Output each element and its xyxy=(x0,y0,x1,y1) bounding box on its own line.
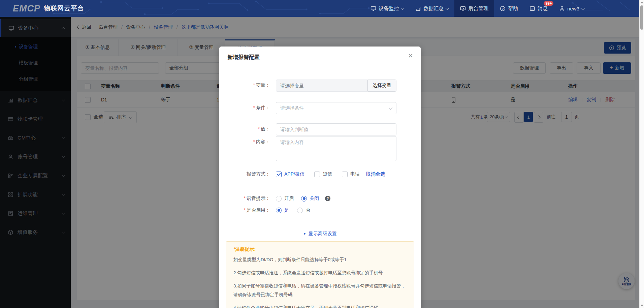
alarm-method-options: APP/微信 短信 电话 取消全选 xyxy=(276,171,421,177)
warm-tips-line: 4.请确保企业账号中短信和电话余额充足，否则会收不到电话和短信提醒 xyxy=(233,304,407,308)
advanced-settings-label: 显示高级设置 xyxy=(309,231,337,237)
warm-tips-line: 如变量类型为DI/DO，则判断条件只能选择等于0或等于1 xyxy=(233,255,407,264)
svg-text:?: ? xyxy=(502,7,504,10)
field-label: *变量： xyxy=(253,82,270,88)
field-label: *内容： xyxy=(253,139,270,145)
condition-placeholder: 请选择条件 xyxy=(280,105,304,111)
variable-input-group: 选择变量 xyxy=(276,80,396,92)
field-variable: *变量： 选择变量 xyxy=(219,80,421,92)
add-alarm-config-dialog: 新增报警配置 ✕ *变量： 选择变量 *条件： 请选择条件 xyxy=(219,47,421,308)
option-phone[interactable]: 电话 xyxy=(350,171,360,177)
field-label: 报警方式： xyxy=(247,171,270,177)
value-input[interactable] xyxy=(276,123,396,135)
help-icon[interactable]: ? xyxy=(325,196,330,201)
field-value: *值： xyxy=(219,123,421,135)
monitor-icon xyxy=(371,6,376,11)
show-advanced-settings-link[interactable]: ▼ 显示高级设置 xyxy=(303,231,337,237)
user-icon xyxy=(559,6,565,11)
nav-item-admin[interactable]: 后台管理 xyxy=(454,0,494,17)
select-variable-label: 选择变量 xyxy=(373,83,391,89)
field-alarm-method: 报警方式： APP/微信 短信 电话 取消全选 xyxy=(219,170,421,178)
radio-icon[interactable] xyxy=(297,208,303,213)
nav-item-label: 后台管理 xyxy=(468,5,488,12)
required-mark: * xyxy=(244,207,246,213)
field-label: *值： xyxy=(258,126,270,132)
voice-options: 开启 关闭 ? xyxy=(276,195,377,202)
nav-item-user[interactable]: new3 xyxy=(553,0,590,17)
field-voice-prompt: *语音提示： 开启 关闭 ? xyxy=(219,194,421,203)
page-scrollbar[interactable] xyxy=(639,0,644,308)
checkbox-icon[interactable] xyxy=(314,172,320,177)
option-sms[interactable]: 短信 xyxy=(323,171,332,177)
navbar-menu: 设备监控 数据汇总 后台管理 ? 帮助 消息 99+ xyxy=(365,0,590,17)
dialog-title: 新增报警配置 xyxy=(227,54,260,61)
option-app-wechat[interactable]: APP/微信 xyxy=(284,171,304,177)
content-textarea[interactable] xyxy=(276,136,396,161)
field-label-text: 变量： xyxy=(256,82,270,88)
chevron-down-icon xyxy=(581,6,585,10)
chart-icon xyxy=(415,6,421,11)
app-logo: EMCP 物联网云平台 xyxy=(13,0,84,17)
field-enable: *是否启用： 是 否 xyxy=(219,206,421,214)
top-navbar: EMCP 物联网云平台 设备监控 数据汇总 后台管理 ? 帮助 xyxy=(0,0,644,17)
enable-options: 是 否 xyxy=(276,207,377,213)
radio-checked-icon[interactable] xyxy=(301,196,307,202)
warm-tips-line: 3.如果子账号需接收短信和电话，请在设备管理中授权该账号并勾选短信或电话报警，请… xyxy=(233,282,407,299)
chevron-down-icon xyxy=(400,6,404,10)
message-count-badge: 99+ xyxy=(544,1,553,6)
value-input-wrap xyxy=(276,123,396,135)
field-label: *条件： xyxy=(253,105,270,111)
field-label-text: 值： xyxy=(261,126,270,131)
nav-item-label: 消息 xyxy=(538,5,548,12)
option-voice-off[interactable]: 关闭 xyxy=(310,195,319,202)
option-enable-yes[interactable]: 是 xyxy=(284,207,289,213)
required-mark: * xyxy=(253,82,255,88)
field-label-text: 是否启用： xyxy=(247,207,270,213)
close-icon[interactable]: ✕ xyxy=(408,53,413,59)
chevron-down-icon xyxy=(389,106,392,110)
scrollbar-thumb[interactable] xyxy=(640,5,643,30)
field-label-text: 内容： xyxy=(256,139,270,144)
nav-item-label: 数据汇总 xyxy=(423,5,444,12)
field-label: *语音提示： xyxy=(244,195,270,202)
variable-input[interactable] xyxy=(276,80,367,92)
field-condition: *条件： 请选择条件 xyxy=(219,102,421,114)
triangle-down-icon: ▼ xyxy=(303,232,306,236)
field-label-text: 条件： xyxy=(256,105,270,110)
nav-item-help[interactable]: ? 帮助 xyxy=(494,0,524,17)
option-voice-on[interactable]: 开启 xyxy=(284,195,294,202)
radio-icon[interactable] xyxy=(276,196,282,202)
nav-item-data-summary[interactable]: 数据汇总 xyxy=(410,0,454,17)
app-root: EMCP 物联网云平台 设备监控 数据汇总 后台管理 ? 帮助 xyxy=(0,0,644,308)
scroll-down-icon[interactable] xyxy=(641,305,643,306)
scroll-up-icon[interactable] xyxy=(641,2,643,3)
nav-item-label: new3 xyxy=(567,6,579,11)
option-enable-no[interactable]: 否 xyxy=(305,207,310,213)
warm-tips-line: 2.勾选短信或电话推送，系统会发送短信或拨打电话至您账号绑定的手机号 xyxy=(233,269,407,277)
warm-tips-box: *温馨提示: 如变量类型为DI/DO，则判断条件只能选择等于0或等于1 2.勾选… xyxy=(226,241,414,308)
chevron-down-icon xyxy=(445,6,449,10)
cancel-select-all-link[interactable]: 取消全选 xyxy=(366,171,385,177)
logo-text: EMCP xyxy=(13,3,40,14)
condition-select[interactable]: 请选择条件 xyxy=(276,102,396,114)
console-icon xyxy=(460,6,466,11)
nav-item-device-monitor[interactable]: 设备监控 xyxy=(365,0,410,17)
field-label-text: 语音提示： xyxy=(247,195,270,201)
field-content: *内容： xyxy=(219,136,421,161)
content-textarea-wrap xyxy=(276,136,396,162)
checkbox-checked-icon[interactable] xyxy=(276,172,282,177)
radio-checked-icon[interactable] xyxy=(276,208,282,213)
checkbox-icon[interactable] xyxy=(342,172,348,177)
message-icon xyxy=(529,6,535,11)
nav-item-label: 帮助 xyxy=(508,5,518,12)
select-variable-button[interactable]: 选择变量 xyxy=(367,80,396,92)
warm-tips-title: *温馨提示: xyxy=(233,246,407,252)
required-mark: * xyxy=(258,126,260,131)
required-mark: * xyxy=(244,195,246,201)
platform-name: 物联网云平台 xyxy=(44,4,84,13)
required-mark: * xyxy=(253,139,255,144)
nav-item-label: 设备监控 xyxy=(379,5,399,12)
help-icon: ? xyxy=(500,6,506,11)
required-mark: * xyxy=(253,105,255,110)
nav-item-messages[interactable]: 消息 99+ xyxy=(524,0,553,17)
